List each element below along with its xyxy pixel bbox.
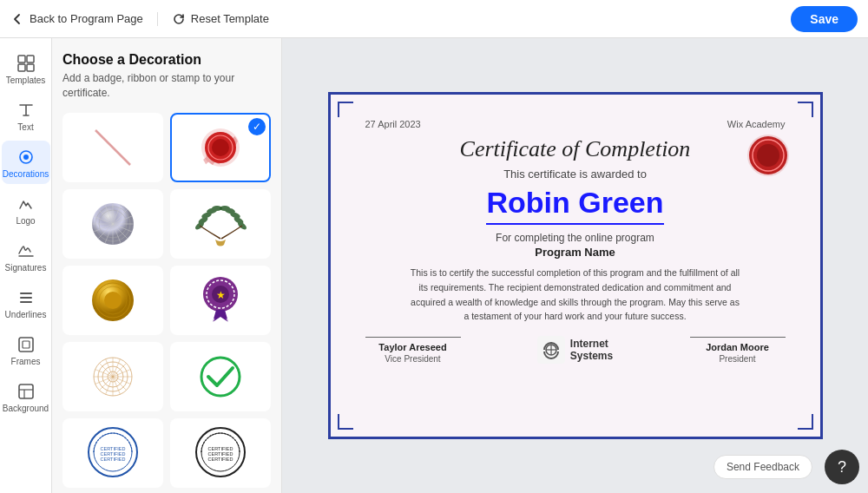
deco-grid: ✓: [62, 113, 271, 488]
svg-line-13: [95, 130, 130, 165]
templates-icon: [16, 54, 36, 73]
laurel-wreath-icon: [193, 200, 249, 247]
deco-item-black-stamp[interactable]: CERTIFIED CERTIFIED CERTIFIED: [170, 418, 271, 488]
deco-panel-title: Choose a Decoration: [62, 52, 271, 68]
underlines-label: Underlines: [5, 310, 47, 319]
frames-icon: [16, 335, 36, 354]
sidebar-item-text[interactable]: Text: [2, 94, 50, 137]
red-stamp-icon: [194, 122, 247, 174]
signatures-label: Signatures: [5, 263, 47, 273]
corner-tl: [338, 102, 353, 117]
reset-label: Reset Template: [191, 12, 269, 25]
svg-rect-7: [20, 293, 32, 294]
background-icon: [16, 382, 36, 401]
svg-rect-0: [18, 56, 25, 62]
corner-br: [798, 414, 813, 430]
text-label: Text: [17, 122, 33, 132]
cert-date: 27 April 2023: [365, 119, 421, 129]
sidebar-item-underlines[interactable]: Underlines: [2, 281, 50, 325]
selected-check: ✓: [248, 118, 266, 135]
svg-point-17: [212, 139, 229, 156]
silver-seal-icon: [87, 198, 139, 250]
svg-rect-10: [19, 338, 33, 352]
purple-badge-icon: ★: [197, 272, 245, 328]
deco-item-purple-badge[interactable]: ★: [170, 266, 271, 335]
green-check-icon: [194, 351, 247, 403]
text-icon: [16, 101, 36, 120]
svg-rect-8: [20, 297, 32, 299]
cert-org: Wix Academy: [727, 119, 786, 129]
corner-tr: [798, 102, 813, 117]
canvas-area: 27 April 2023 Wix Academy Certificate of…: [282, 38, 868, 493]
svg-text:CERTIFIED: CERTIFIED: [207, 457, 233, 462]
blue-stamp-icon: CERTIFIED CERTIFIED CERTIFIED: [85, 424, 141, 481]
sig2-name: Jordan Moore: [706, 342, 769, 352]
internet-systems-logo: [537, 336, 565, 364]
deco-item-green-check[interactable]: [170, 342, 271, 411]
underlines-icon: [16, 288, 36, 307]
send-feedback-button[interactable]: Send Feedback: [713, 455, 812, 479]
sidebar-item-background[interactable]: Background: [2, 375, 50, 418]
cert-recipient-name[interactable]: Robin Green: [486, 186, 663, 225]
logo-line2: Systems: [570, 350, 613, 362]
svg-rect-3: [27, 64, 34, 71]
deco-panel-subtitle: Add a badge, ribbon or stamp to your cer…: [62, 71, 271, 101]
logo-icon: [16, 194, 36, 214]
sidebar-item-templates[interactable]: Templates: [2, 47, 50, 90]
sig2-title: President: [719, 354, 755, 364]
deco-item-none[interactable]: [62, 113, 163, 182]
svg-point-42: [104, 292, 122, 309]
cert-body-text: This is to certify the successful comple…: [411, 266, 740, 324]
gold-seal-icon: [87, 274, 139, 326]
cert-completing-line: For completing the online program: [496, 232, 654, 244]
back-button[interactable]: Back to Program Page: [10, 12, 158, 26]
logo-line1: Internet: [570, 338, 608, 350]
cert-program-name[interactable]: Program Name: [535, 246, 615, 259]
cert-logo-text: Internet Systems: [570, 338, 613, 363]
black-stamp-icon: CERTIFIED CERTIFIED CERTIFIED: [193, 424, 249, 481]
svg-rect-11: [23, 341, 30, 348]
logo-label: Logo: [16, 216, 35, 226]
icon-sidebar: Templates Text Decorations Logo: [0, 38, 52, 493]
deco-item-laurel[interactable]: [170, 189, 271, 259]
reset-icon: [172, 12, 186, 26]
topbar: Back to Program Page Reset Template Save: [0, 0, 868, 38]
sidebar-item-logo[interactable]: Logo: [2, 187, 50, 231]
cert-awarded-to: This certificate is awarded to: [503, 168, 647, 181]
signatures-icon: [16, 241, 36, 260]
background-label: Background: [3, 404, 49, 413]
cert-sig2: Jordan Moore President: [690, 337, 786, 364]
svg-point-73: [757, 144, 779, 167]
certificate: 27 April 2023 Wix Academy Certificate of…: [328, 92, 823, 439]
svg-text:★: ★: [215, 289, 225, 301]
no-decoration-icon: [87, 122, 139, 174]
sig2-line: [690, 337, 786, 338]
cert-stamp-decoration: [742, 129, 794, 181]
sig1-title: Vice President: [385, 354, 440, 364]
help-button[interactable]: ?: [825, 450, 859, 484]
sidebar-item-frames[interactable]: Frames: [2, 328, 50, 371]
cert-footer: Taylor Areseed Vice President: [365, 336, 786, 364]
deco-item-mandala[interactable]: [62, 342, 163, 411]
cert-red-stamp-svg: [742, 129, 794, 181]
deco-item-red-stamp[interactable]: ✓: [170, 113, 271, 182]
save-button[interactable]: Save: [791, 6, 858, 32]
deco-item-gold-seal[interactable]: [62, 266, 163, 335]
svg-text:CERTIFIED: CERTIFIED: [100, 457, 125, 462]
sidebar-item-decorations[interactable]: Decorations: [2, 141, 50, 184]
reset-template-button[interactable]: Reset Template: [158, 12, 269, 26]
cert-top-row: 27 April 2023 Wix Academy: [365, 119, 786, 129]
cert-sig1: Taylor Areseed Vice President: [365, 337, 461, 364]
cert-logo: Internet Systems: [537, 336, 613, 364]
cert-title[interactable]: Certificate of Completion: [460, 136, 691, 162]
deco-item-silver-seal[interactable]: [62, 189, 163, 259]
svg-rect-12: [19, 385, 33, 398]
cert-logo-box: Internet Systems: [537, 336, 613, 364]
sig1-line: [365, 337, 461, 338]
deco-item-blue-stamp[interactable]: CERTIFIED CERTIFIED CERTIFIED: [62, 418, 163, 488]
decorations-label: Decorations: [3, 169, 49, 179]
sidebar-item-signatures[interactable]: Signatures: [2, 234, 50, 278]
decorations-icon: [16, 148, 36, 167]
svg-point-38: [220, 206, 230, 211]
frames-label: Frames: [11, 357, 41, 366]
